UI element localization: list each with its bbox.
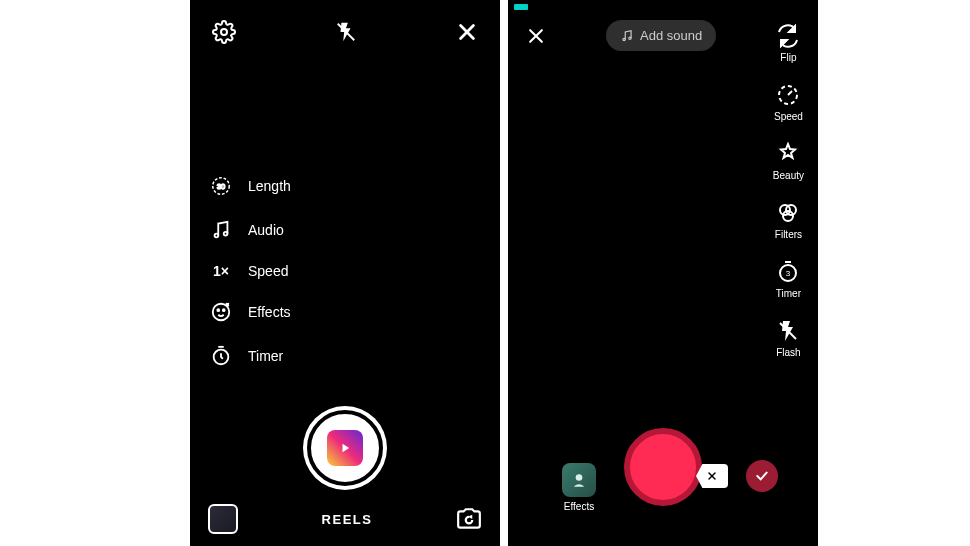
option-speed[interactable]: 1× Speed: [210, 263, 291, 279]
svg-point-10: [223, 309, 225, 311]
battery-indicator: [514, 4, 528, 10]
side-beauty[interactable]: Beauty: [773, 142, 804, 181]
svg-point-0: [221, 29, 227, 35]
svg-marker-12: [343, 444, 350, 452]
svg-point-7: [224, 232, 228, 236]
settings-icon[interactable]: [212, 20, 236, 44]
delete-clip-button[interactable]: [696, 464, 728, 488]
close-icon[interactable]: [526, 26, 546, 46]
option-audio[interactable]: Audio: [210, 219, 291, 241]
side-timer[interactable]: 3 Timer: [776, 260, 801, 299]
svg-point-9: [217, 309, 219, 311]
option-label: Audio: [248, 222, 284, 238]
side-label: Flash: [776, 347, 800, 358]
option-effects[interactable]: Effects: [210, 301, 291, 323]
music-icon: [620, 29, 634, 43]
record-button[interactable]: [624, 428, 702, 506]
option-label: Timer: [248, 348, 283, 364]
option-length[interactable]: 30 Length: [210, 175, 291, 197]
side-label: Speed: [774, 111, 803, 122]
speed-icon: 1×: [210, 263, 232, 279]
svg-text:3: 3: [786, 269, 791, 278]
effects-icon: [210, 301, 232, 323]
add-sound-label: Add sound: [640, 28, 702, 43]
side-speed[interactable]: Speed: [774, 83, 803, 122]
option-label: Length: [248, 178, 291, 194]
audio-icon: [210, 219, 232, 241]
camera-flip-icon[interactable]: [456, 506, 482, 532]
svg-text:30: 30: [217, 182, 225, 191]
reels-icon: [327, 430, 363, 466]
option-label: Effects: [248, 304, 291, 320]
instagram-reels-camera: 30 Length Audio 1× Speed Effects Timer: [190, 0, 500, 546]
side-flip[interactable]: Flip: [776, 24, 800, 63]
svg-marker-13: [468, 515, 472, 519]
svg-point-23: [783, 211, 793, 221]
side-label: Flip: [780, 52, 796, 63]
add-sound-button[interactable]: Add sound: [606, 20, 716, 51]
svg-point-17: [629, 37, 631, 39]
close-icon[interactable]: [456, 21, 478, 43]
side-flash[interactable]: Flash: [776, 319, 800, 358]
option-label: Speed: [248, 263, 288, 279]
mode-label: REELS: [322, 512, 373, 527]
svg-point-6: [215, 234, 219, 238]
gallery-thumbnail[interactable]: [208, 504, 238, 534]
confirm-button[interactable]: [746, 460, 778, 492]
record-button[interactable]: [307, 410, 383, 486]
side-filters[interactable]: Filters: [775, 201, 802, 240]
timer-icon: [210, 345, 232, 367]
length-icon: 30: [210, 175, 232, 197]
flash-off-icon[interactable]: [335, 21, 357, 43]
tiktok-camera: Add sound Flip Speed Beauty Filters 3 Ti…: [508, 0, 818, 546]
side-label: Timer: [776, 288, 801, 299]
side-label: Beauty: [773, 170, 804, 181]
option-timer[interactable]: Timer: [210, 345, 291, 367]
side-label: Filters: [775, 229, 802, 240]
svg-point-16: [623, 38, 625, 40]
